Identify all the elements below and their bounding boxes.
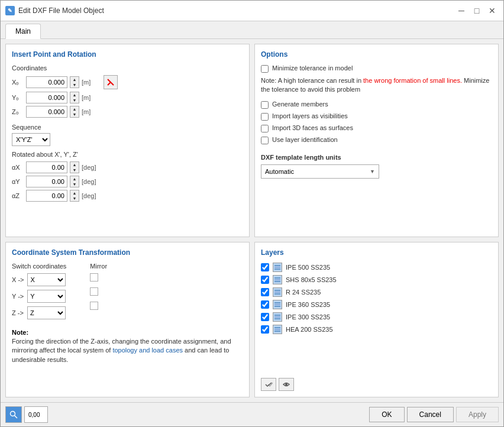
az-label: αZ xyxy=(12,192,24,199)
y0-down[interactable]: ▼ xyxy=(70,98,79,103)
cancel-button[interactable]: Cancel xyxy=(407,407,454,422)
svg-rect-18 xyxy=(274,329,280,330)
reset-coords-button[interactable] xyxy=(104,75,118,89)
layer-icon xyxy=(273,275,282,284)
close-button[interactable]: ✕ xyxy=(486,4,499,17)
status-value: 0,00 xyxy=(28,412,40,418)
mirror-header: Mirror xyxy=(90,263,107,270)
dxf-template-select[interactable]: Automatic ▼ xyxy=(261,164,379,179)
layer-1-checkbox[interactable] xyxy=(261,276,269,284)
ax-up[interactable]: ▲ xyxy=(70,162,79,167)
generate-members-label: Generate members xyxy=(272,101,328,108)
y-axis-label: Y -> xyxy=(12,293,24,300)
x-axis-label: X -> xyxy=(12,276,24,283)
az-input[interactable] xyxy=(26,190,67,202)
ok-button[interactable]: OK xyxy=(369,407,404,422)
status-display: 0,00 xyxy=(24,406,48,423)
ay-input[interactable] xyxy=(26,176,67,187)
svg-line-1 xyxy=(108,82,111,85)
note-text: Forcing the direction of the Z-axis, cha… xyxy=(12,337,243,364)
layers-panel: Layers IPE 500 SS235SHS 80x5 SS235R 24 S… xyxy=(254,242,499,397)
svg-point-20 xyxy=(285,383,287,386)
sequence-label: Sequence xyxy=(12,124,243,131)
layer-5-checkbox[interactable] xyxy=(261,325,269,334)
content-area: Insert Point and Rotation Coordinates X₀… xyxy=(1,39,503,402)
search-button[interactable] xyxy=(5,406,22,423)
layer-0-checkbox[interactable] xyxy=(261,263,269,271)
minimize-button[interactable]: ─ xyxy=(455,4,468,17)
minimize-tolerance-checkbox[interactable] xyxy=(261,65,269,73)
x0-down[interactable]: ▼ xyxy=(70,82,79,88)
import-layers-label: Import layers as visibilities xyxy=(272,112,348,119)
check-all-button[interactable] xyxy=(261,378,276,391)
svg-rect-9 xyxy=(274,292,280,293)
svg-rect-15 xyxy=(274,316,280,318)
layer-row: R 24 SS235 xyxy=(261,287,492,297)
svg-line-22 xyxy=(15,416,18,419)
apply-button[interactable]: Apply xyxy=(456,407,499,422)
az-up[interactable]: ▲ xyxy=(70,190,79,196)
x0-row: X₀ ▲ ▼ [m] xyxy=(12,75,243,89)
x-axis-select[interactable]: XYZ xyxy=(27,273,66,286)
ay-up[interactable]: ▲ xyxy=(70,176,79,182)
z0-down[interactable]: ▼ xyxy=(70,112,79,117)
z-mirror-checkbox[interactable] xyxy=(90,302,98,310)
layer-2-checkbox[interactable] xyxy=(261,288,269,296)
z0-label: Z₀ xyxy=(12,108,24,116)
title-bar: ✎ Edit DXF File Model Object ─ □ ✕ xyxy=(1,1,503,21)
svg-point-21 xyxy=(11,412,15,416)
import-3d-label: Import 3D faces as surfaces xyxy=(272,124,353,131)
uncheck-all-button[interactable] xyxy=(279,378,294,391)
layers-title: Layers xyxy=(261,248,492,258)
z0-row: Z₀ ▲ ▼ [m] xyxy=(12,106,243,118)
y-mirror-checkbox[interactable] xyxy=(90,287,98,296)
sequence-select[interactable]: X'Y'Z' X'Z'Y' Y'X'Z' xyxy=(12,133,50,146)
svg-rect-12 xyxy=(274,304,280,305)
generate-members-checkbox[interactable] xyxy=(261,101,269,109)
layer-5-name: HEA 200 SS235 xyxy=(286,326,333,333)
dxf-template-value: Automatic xyxy=(265,168,294,175)
ax-input[interactable] xyxy=(26,161,67,173)
layer-3-checkbox[interactable] xyxy=(261,300,269,309)
y0-input[interactable] xyxy=(26,92,67,103)
layer-icon xyxy=(273,325,282,334)
ay-down[interactable]: ▼ xyxy=(70,182,79,187)
y-axis-select[interactable]: XYZ xyxy=(27,290,66,303)
layer-4-checkbox[interactable] xyxy=(261,313,269,321)
layers-list: IPE 500 SS235SHS 80x5 SS235R 24 SS235IPE… xyxy=(261,263,492,337)
ax-down[interactable]: ▼ xyxy=(70,167,79,173)
az-down[interactable]: ▼ xyxy=(70,196,79,201)
coord-system-panel: Coordinate System Transformation Switch … xyxy=(5,242,250,397)
svg-rect-6 xyxy=(274,279,280,280)
z0-input[interactable] xyxy=(26,106,67,118)
maximize-button[interactable]: □ xyxy=(470,4,483,17)
minimize-tolerance-label: Minimize tolerance in model xyxy=(272,64,353,72)
bottom-bar: 0,00 OK Cancel Apply xyxy=(1,402,503,426)
ax-row: αX ▲ ▼ [deg] xyxy=(12,161,243,173)
x0-input[interactable] xyxy=(26,76,67,88)
svg-rect-7 xyxy=(274,281,280,282)
y0-up[interactable]: ▲ xyxy=(70,92,79,98)
az-unit: [deg] xyxy=(82,192,96,199)
import-layers-checkbox[interactable] xyxy=(261,113,269,121)
x0-up[interactable]: ▲ xyxy=(70,77,79,82)
tab-main[interactable]: Main xyxy=(5,24,41,39)
sequence-section: Sequence X'Y'Z' X'Z'Y' Y'X'Z' xyxy=(12,124,243,146)
layer-icon xyxy=(273,263,282,272)
z-axis-select[interactable]: XYZ xyxy=(27,306,66,319)
ax-spinner: ▲ ▼ xyxy=(70,161,79,173)
svg-rect-3 xyxy=(274,267,280,268)
svg-rect-11 xyxy=(274,302,280,303)
layers-panel-inner: Layers IPE 500 SS235SHS 80x5 SS235R 24 S… xyxy=(261,248,492,391)
x0-label: X₀ xyxy=(12,79,24,86)
import-3d-checkbox[interactable] xyxy=(261,125,269,132)
x-mirror-checkbox[interactable] xyxy=(90,273,98,282)
use-layer-id-checkbox[interactable] xyxy=(261,137,269,144)
svg-rect-14 xyxy=(274,315,280,316)
az-row: αZ ▲ ▼ [deg] xyxy=(12,190,243,202)
z0-up[interactable]: ▲ xyxy=(70,106,79,112)
ax-unit: [deg] xyxy=(82,164,96,171)
layers-toolbar xyxy=(261,373,492,391)
x0-spinner: ▲ ▼ xyxy=(70,76,79,88)
y0-unit: [m] xyxy=(82,94,96,101)
